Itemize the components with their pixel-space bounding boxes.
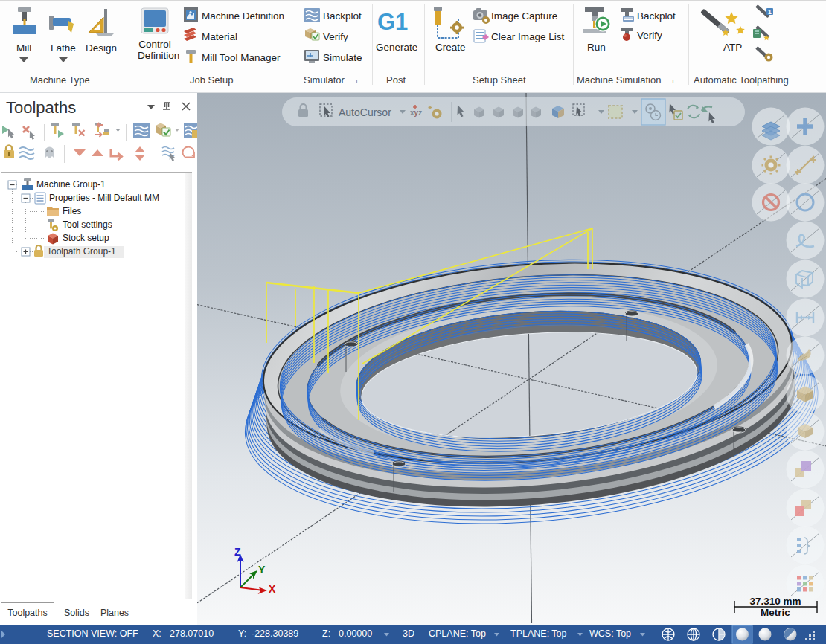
svg-text:Metric: Metric <box>761 607 790 618</box>
svg-text:xyz: xyz <box>410 109 422 117</box>
svg-text:1: 1 <box>768 8 772 16</box>
svg-text:Y: Y <box>258 564 266 576</box>
svg-text:Z: Z <box>234 546 241 558</box>
svg-text:G1: G1 <box>377 9 408 35</box>
svg-text:37.310 mm: 37.310 mm <box>749 596 801 607</box>
svg-text:X: X <box>269 583 276 595</box>
svg-text:AutoCursor: AutoCursor <box>339 106 391 118</box>
